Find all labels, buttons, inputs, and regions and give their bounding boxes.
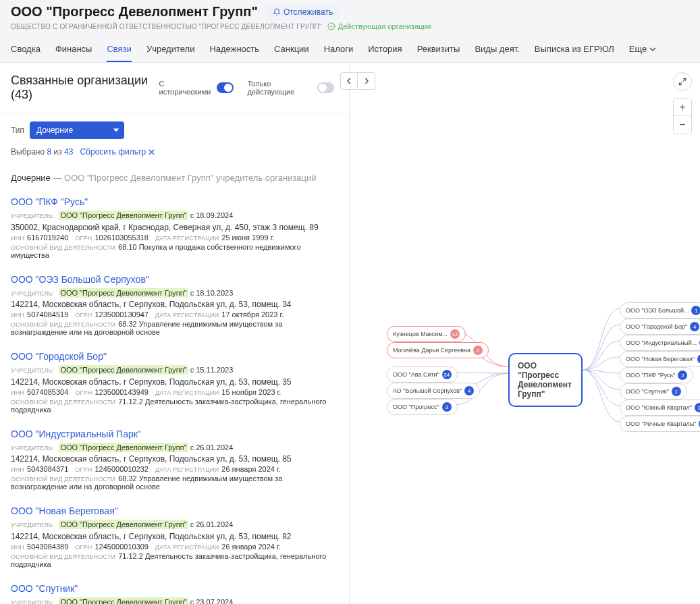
regdate-label: ДАТА РЕГИСТРАЦИИ bbox=[155, 312, 219, 319]
svg-point-0 bbox=[328, 23, 335, 30]
activity-label: ОСНОВНОЙ ВИД ДЕЯТЕЛЬНОСТИ bbox=[11, 244, 115, 251]
ogrn-value: 1245000010309 bbox=[95, 543, 149, 551]
founder-name: ООО "Прогресс Девелопмент Групп" bbox=[59, 443, 188, 452]
org-name-link[interactable]: ООО "Спутник" bbox=[11, 583, 338, 594]
status-text: Действующая организация bbox=[338, 22, 431, 30]
company-fullname: ОБЩЕСТВО С ОГРАНИЧЕННОЙ ОТВЕТСТВЕННОСТЬЮ… bbox=[11, 23, 322, 30]
ogrn-value: 1026103055318 bbox=[95, 234, 149, 242]
org-name-link[interactable]: ООО "Новая Береговая" bbox=[11, 505, 338, 516]
regdate-label: ДАТА РЕГИСТРАЦИИ bbox=[155, 389, 219, 396]
tab-4[interactable]: Надежность bbox=[209, 38, 259, 62]
org-item: ООО "Индустриальный Парк"УЧРЕДИТЕЛЬ: ООО… bbox=[11, 422, 338, 499]
founder-label: УЧРЕДИТЕЛЬ: bbox=[11, 213, 54, 219]
inn-label: ИНН bbox=[11, 312, 24, 319]
founder-name: ООО "Прогресс Девелопмент Групп" bbox=[59, 288, 188, 298]
tab-0[interactable]: Сводка bbox=[11, 38, 41, 62]
inn-value: 5043084389 bbox=[27, 543, 68, 551]
track-label: Отслеживать bbox=[284, 7, 333, 17]
tab-8[interactable]: Реквизиты bbox=[417, 38, 460, 62]
org-name-link[interactable]: ООО "ОЭЗ Большой Серпухов" bbox=[11, 274, 338, 285]
regdate-value: 25 июня 1999 г. bbox=[221, 234, 274, 242]
selected-total: 43 bbox=[64, 147, 73, 157]
tab-1[interactable]: Финансы bbox=[55, 38, 92, 62]
ogrn-label: ОГРН bbox=[75, 235, 92, 242]
graph-node-right[interactable]: ООО "Спутник"1 bbox=[620, 383, 687, 400]
graph-node-right[interactable]: ООО "ПКФ "Русь"2 bbox=[620, 367, 693, 383]
org-item: ООО "Городской Бор"УЧРЕДИТЕЛЬ: ООО "Прог… bbox=[11, 344, 338, 422]
node-label: ООО "Южный Квартал" bbox=[626, 404, 692, 411]
node-badge: 2 bbox=[695, 403, 700, 412]
graph-node-right[interactable]: ООО "Южный Квартал"2 bbox=[620, 400, 700, 416]
graph-node-right[interactable]: ООО "Речные Кварталы"2 bbox=[620, 416, 700, 432]
selected-of: из bbox=[54, 147, 62, 157]
founder-label: УЧРЕДИТЕЛЬ: bbox=[11, 445, 54, 451]
group-subtitle: — ООО "Прогресс Девелопмент Групп" учред… bbox=[53, 173, 316, 183]
selected-prefix: Выбрано bbox=[11, 147, 45, 157]
node-badge: 12 bbox=[450, 329, 460, 339]
org-address: 350002, Краснодарский край, г Краснодар,… bbox=[11, 223, 338, 232]
close-icon bbox=[149, 149, 155, 155]
tab-2[interactable]: Связи bbox=[107, 38, 131, 62]
graph-node-right[interactable]: ООО "Городской Бор"4 bbox=[620, 319, 700, 335]
tab-11[interactable]: Еще bbox=[629, 38, 656, 62]
tab-7[interactable]: История bbox=[368, 38, 402, 62]
tabs: СводкаФинансыСвязиУчредителиНадежностьСа… bbox=[0, 30, 700, 63]
node-label: ООО "Индустриальный... bbox=[626, 339, 697, 346]
graph-node-left[interactable]: АО "Большой Серпухов"4 bbox=[387, 383, 480, 399]
org-address: 142214, Московская область, г Серпухов, … bbox=[11, 454, 338, 464]
toggle-historical[interactable] bbox=[217, 82, 234, 93]
inn-value: 5074085304 bbox=[27, 388, 68, 396]
org-name-link[interactable]: ООО "Городской Бор" bbox=[11, 351, 338, 362]
founder-label: УЧРЕДИТЕЛЬ: bbox=[11, 367, 54, 374]
company-title: ООО "Прогресс Девелопмент Групп" bbox=[11, 4, 258, 20]
graph-node-right[interactable]: ООО "ОЭЗ Большой...1 bbox=[620, 302, 700, 319]
track-button[interactable]: Отслеживать bbox=[266, 5, 340, 20]
node-badge: 3 bbox=[442, 402, 452, 412]
tab-10[interactable]: Выписка из ЕГРЮЛ bbox=[535, 38, 614, 62]
inn-value: 5074084519 bbox=[27, 310, 68, 319]
founder-name: ООО "Прогресс Девелопмент Групп" bbox=[59, 211, 188, 220]
founder-since: с 18.10.2023 bbox=[190, 289, 234, 297]
inn-value: 5043084371 bbox=[27, 465, 68, 473]
ogrn-label: ОГРН bbox=[75, 389, 92, 396]
tab-9[interactable]: Виды деят. bbox=[475, 38, 519, 62]
graph-node-left[interactable]: ООО "Ава Сити"24 bbox=[387, 366, 458, 383]
tab-6[interactable]: Налоги bbox=[324, 38, 354, 62]
ogrn-value: 1235000130947 bbox=[95, 310, 149, 319]
graph-node-person[interactable]: Могачёва Дарья Сергеевна2 bbox=[387, 342, 489, 358]
inn-label: ИНН bbox=[11, 466, 24, 473]
graph-node-main[interactable]: ООО "Прогресс Девелопмент Групп" bbox=[508, 353, 583, 407]
graph-node-right[interactable]: ООО "Новая Береговая"2 bbox=[620, 351, 700, 367]
ogrn-label: ОГРН bbox=[75, 544, 92, 551]
reset-filter-link[interactable]: Сбросить фильтр bbox=[80, 147, 155, 157]
node-label: ООО "Новая Береговая" bbox=[626, 356, 695, 362]
graph-node-person[interactable]: Кузнецов Максим...12 bbox=[387, 326, 466, 342]
founder-label: УЧРЕДИТЕЛЬ: bbox=[11, 522, 54, 528]
node-label: ООО "ПКФ "Русь" bbox=[626, 372, 675, 379]
toggle-active-only[interactable] bbox=[317, 82, 334, 93]
node-badge: 24 bbox=[442, 370, 452, 379]
regdate-label: ДАТА РЕГИСТРАЦИИ bbox=[155, 544, 219, 551]
filter-type-select[interactable]: Дочерние bbox=[30, 121, 124, 139]
graph-node-right[interactable]: ООО "Индустриальный...2 bbox=[620, 335, 700, 351]
regdate-label: ДАТА РЕГИСТРАЦИИ bbox=[155, 466, 219, 473]
org-item: ООО "Новая Береговая"УЧРЕДИТЕЛЬ: ООО "Пр… bbox=[11, 499, 338, 576]
tab-5[interactable]: Санкции bbox=[274, 38, 309, 62]
ogrn-label: ОГРН bbox=[75, 312, 92, 319]
org-name-link[interactable]: ООО "Индустриальный Парк" bbox=[11, 429, 338, 439]
org-name-link[interactable]: ООО "ПКФ "Русь" bbox=[11, 196, 338, 207]
bell-icon bbox=[273, 8, 281, 16]
founder-since: с 18.09.2024 bbox=[190, 211, 234, 219]
org-address: 142214, Московская область, г Серпухов, … bbox=[11, 532, 338, 541]
org-address: 142214, Московская область, г Серпухов, … bbox=[11, 377, 338, 387]
graph-node-left[interactable]: ООО "Прогресс"3 bbox=[387, 399, 458, 415]
founder-since: с 23.07.2024 bbox=[190, 598, 234, 605]
founder-label: УЧРЕДИТЕЛЬ: bbox=[11, 599, 54, 605]
tab-3[interactable]: Учредители bbox=[146, 38, 195, 62]
node-badge: 1 bbox=[691, 306, 700, 315]
node-label: ООО "Прогресс" bbox=[393, 404, 439, 410]
node-label: ООО "Ава Сити" bbox=[393, 371, 439, 378]
inn-label: ИНН bbox=[11, 235, 24, 242]
node-label: ООО "Речные Кварталы" bbox=[626, 420, 696, 427]
status-badge: Действующая организация bbox=[327, 22, 431, 30]
